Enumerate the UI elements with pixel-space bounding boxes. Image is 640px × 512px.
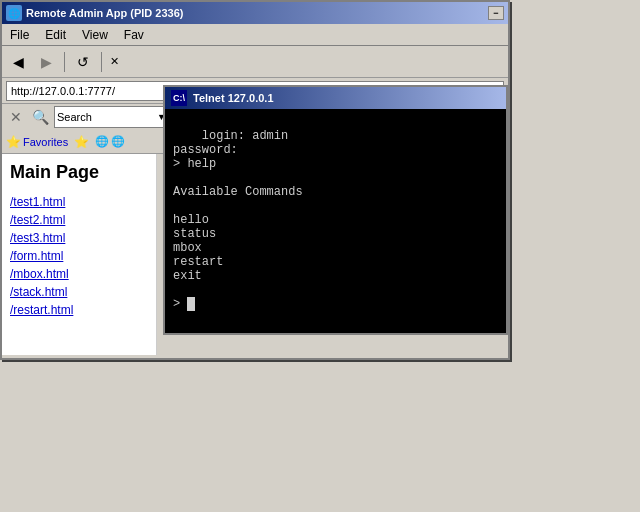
forward-button[interactable]: ▶ — [34, 50, 58, 74]
sidebar-link-3[interactable]: /form.html — [10, 249, 148, 263]
back-button[interactable]: ◀ — [6, 50, 30, 74]
sidebar-title: Main Page — [10, 162, 148, 183]
ie-label: 🌐 — [111, 135, 125, 148]
search-icon: ✕ — [6, 107, 26, 127]
sidebar-nav: Main Page /test1.html /test2.html /test3… — [2, 154, 157, 355]
sidebar-link-5[interactable]: /stack.html — [10, 285, 148, 299]
telnet-icon: C:\ — [171, 90, 187, 106]
browser-titlebar: 🌐 Remote Admin App (PID 2336) − — [2, 2, 508, 24]
toolbar-separator-1 — [64, 52, 65, 72]
favorites-button[interactable]: ⭐ Favorites — [6, 135, 68, 149]
sidebar-link-6[interactable]: /restart.html — [10, 303, 148, 317]
ie-icon: 🌐 — [95, 135, 109, 148]
telnet-window: C:\ Telnet 127.0.0.1 login: admin passwo… — [163, 85, 508, 335]
titlebar-left: 🌐 Remote Admin App (PID 2336) — [6, 5, 184, 21]
refresh-button[interactable]: ↺ — [71, 50, 95, 74]
favorites-add-button[interactable]: ⭐ — [74, 135, 89, 149]
telnet-title: Telnet 127.0.0.1 — [193, 92, 274, 104]
sidebar-link-2[interactable]: /test3.html — [10, 231, 148, 245]
telnet-content[interactable]: login: admin password: > help Available … — [165, 109, 506, 333]
menu-file[interactable]: File — [6, 26, 33, 44]
favorites-label: Favorites — [23, 136, 68, 148]
toolbar-separator-2 — [101, 52, 102, 72]
telnet-cursor — [187, 297, 195, 311]
menu-edit[interactable]: Edit — [41, 26, 70, 44]
minimize-button[interactable]: − — [488, 6, 504, 20]
browser-menubar: File Edit View Fav — [2, 24, 508, 46]
search-go-icon[interactable]: 🔍 — [30, 107, 50, 127]
menu-favorites[interactable]: Fav — [120, 26, 148, 44]
sidebar-link-0[interactable]: /test1.html — [10, 195, 148, 209]
stop-button[interactable]: ✕ — [110, 55, 119, 68]
sidebar-link-1[interactable]: /test2.html — [10, 213, 148, 227]
search-input-wrap: ▼ — [54, 106, 169, 128]
sidebar-link-4[interactable]: /mbox.html — [10, 267, 148, 281]
favorites-star-icon: ⭐ — [6, 135, 21, 149]
menu-view[interactable]: View — [78, 26, 112, 44]
browser-title: Remote Admin App (PID 2336) — [26, 7, 184, 19]
add-favorites-icon: ⭐ — [74, 135, 89, 149]
search-input[interactable] — [57, 111, 157, 123]
ie-link[interactable]: 🌐 🌐 — [95, 135, 125, 148]
telnet-text: login: admin password: > help Available … — [173, 129, 303, 311]
telnet-titlebar: C:\ Telnet 127.0.0.1 — [165, 87, 506, 109]
browser-toolbar: ◀ ▶ ↺ ✕ — [2, 46, 508, 78]
browser-icon: 🌐 — [6, 5, 22, 21]
